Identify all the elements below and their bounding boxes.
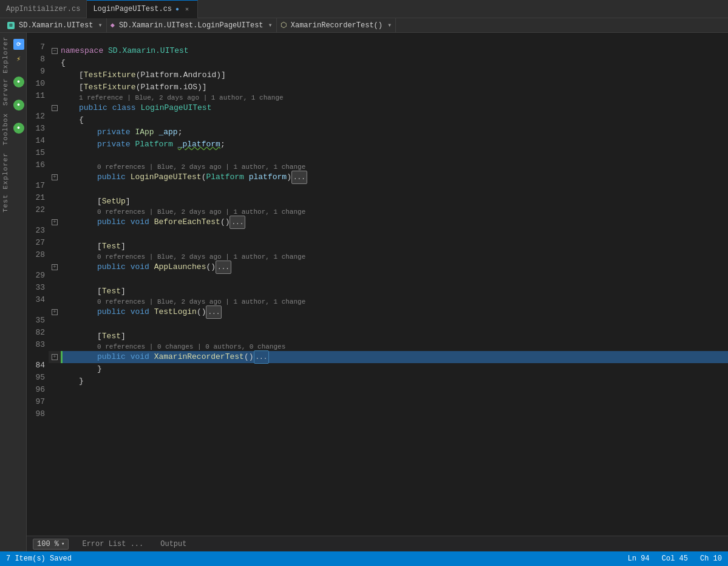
tab-bar: AppInitializer.cs LoginPageUITest.cs ● ✕ bbox=[0, 0, 728, 18]
breadcrumb-method[interactable]: ⬡ XamarinRecorderTest() ▾ bbox=[277, 18, 396, 32]
code-line-8: namespace SD.Xamarin.UITest bbox=[61, 45, 728, 57]
tab-modified-icon: ● bbox=[175, 6, 179, 13]
code-line-17: public LoginPageUITest(Platform platform… bbox=[61, 171, 728, 183]
code-line-83: [Test] bbox=[61, 330, 728, 343]
fold-btn-84[interactable]: + bbox=[52, 354, 58, 360]
fold-btn-29[interactable]: + bbox=[52, 264, 58, 270]
code-line-7 bbox=[61, 33, 728, 45]
code-line-97 bbox=[61, 387, 728, 400]
sidebar-test-explorer[interactable]: Test Explorer bbox=[2, 149, 9, 216]
code-line-34: [Test] bbox=[61, 285, 728, 298]
vertical-sidebar: Server Explorer Toolbox Test Explorer bbox=[0, 33, 11, 551]
fold-btn-12[interactable]: − bbox=[52, 105, 58, 111]
breadcrumb-class-label: SD.Xamarin.UITest.LoginPageUITest bbox=[119, 21, 264, 30]
fold-btn-35[interactable]: + bbox=[52, 309, 58, 315]
code-line-23: public void BeforeEachTest()... bbox=[61, 216, 728, 228]
code-line-27 bbox=[61, 228, 728, 240]
zoom-dropdown-icon: ▾ bbox=[61, 540, 64, 547]
sidebar-server-explorer[interactable]: Server Explorer bbox=[2, 33, 9, 109]
fold-btn-23[interactable]: + bbox=[52, 219, 58, 225]
code-line-96: } bbox=[61, 375, 728, 387]
fold-btn-8[interactable]: − bbox=[52, 48, 58, 54]
code-line-11: [TestFixture(Platform.iOS)] bbox=[61, 81, 728, 94]
bc-method-dropdown-icon: ▾ bbox=[387, 21, 392, 30]
status-bar: 7 Item(s) Saved Ln 94 Col 45 Ch 10 bbox=[0, 551, 728, 566]
code-line-33 bbox=[61, 273, 728, 285]
code-line-95: } bbox=[61, 363, 728, 375]
fold-btn-17[interactable]: + bbox=[52, 174, 58, 180]
tab-label: LoginPageUITest.cs bbox=[93, 5, 172, 13]
side-icon-3[interactable]: ● bbox=[13, 77, 24, 87]
code-line-16 bbox=[61, 151, 728, 163]
code-line-84: public void XamarinRecorderTest()... bbox=[61, 351, 728, 363]
ref-line-2: 0 references | Blue, 2 days ago | 1 auth… bbox=[61, 163, 728, 171]
code-line-22: [SetUp] bbox=[61, 196, 728, 208]
breadcrumb-project-label: SD.Xamarin.UITest bbox=[19, 21, 93, 30]
project-icon: ⊞ bbox=[7, 22, 15, 29]
output-tab[interactable]: Output bbox=[157, 539, 190, 550]
saved-items-status: 7 Item(s) Saved bbox=[6, 554, 72, 563]
line-status: Ln 94 bbox=[628, 554, 650, 563]
ref-line-3: 0 references | Blue, 2 days ago | 1 auth… bbox=[61, 208, 728, 216]
breadcrumb-method-label: XamarinRecorderTest() bbox=[291, 21, 383, 30]
breadcrumb-bar: ⊞ SD.Xamarin.UITest ▾ ◆ SD.Xamarin.UITes… bbox=[0, 18, 728, 33]
code-line-82 bbox=[61, 318, 728, 330]
code-line-13: { bbox=[61, 114, 728, 126]
code-line-29: public void AppLaunches()... bbox=[61, 261, 728, 273]
code-editor[interactable]: 7 8 9 10 11 12 13 14 15 16 17 21 22 2 bbox=[27, 33, 728, 536]
method-icon: ⬡ bbox=[281, 21, 287, 30]
side-icon-2[interactable]: ⚡ bbox=[13, 53, 24, 64]
code-line-9: { bbox=[61, 57, 728, 69]
ref-line-5: 0 references | Blue, 2 days ago | 1 auth… bbox=[61, 298, 728, 306]
code-line-35: public void TestLogin()... bbox=[61, 306, 728, 318]
ref-line-1: 1 reference | Blue, 2 days ago | 1 autho… bbox=[61, 94, 728, 102]
col-status: Col 45 bbox=[662, 554, 688, 563]
zoom-label: 100 % bbox=[37, 540, 59, 548]
code-line-28: [Test] bbox=[61, 240, 728, 253]
change-indicator bbox=[61, 351, 63, 363]
sidebar-toolbox[interactable]: Toolbox bbox=[2, 109, 9, 149]
error-list-tab[interactable]: Error List ... bbox=[78, 539, 147, 550]
line-numbers: 7 8 9 10 11 12 13 14 15 16 17 21 22 2 bbox=[27, 33, 49, 536]
ref-line-6: 0 references | 0 changes | 0 authors, 0 … bbox=[61, 343, 728, 351]
side-icon-4[interactable]: ● bbox=[13, 100, 24, 111]
side-icon-1[interactable]: ⟳ bbox=[13, 39, 24, 50]
tab-close-button[interactable]: ✕ bbox=[183, 5, 191, 13]
breadcrumb-class[interactable]: ◆ SD.Xamarin.UITest.LoginPageUITest ▾ bbox=[107, 18, 277, 32]
bc-class-dropdown-icon: ▾ bbox=[268, 21, 273, 30]
code-line-98 bbox=[61, 400, 728, 412]
bc-dropdown-icon: ▾ bbox=[98, 21, 102, 30]
zoom-control[interactable]: 100 % ▾ bbox=[33, 539, 69, 550]
tab-loginpage[interactable]: LoginPageUITest.cs ● ✕ bbox=[87, 0, 198, 18]
side-icon-5[interactable]: ● bbox=[13, 123, 24, 134]
code-line-12: public class LoginPageUITest bbox=[61, 102, 728, 114]
code-line-10: [TestFixture(Platform.Android)] bbox=[61, 69, 728, 81]
ch-status: Ch 10 bbox=[700, 554, 722, 563]
breadcrumb-project[interactable]: ⊞ SD.Xamarin.UITest ▾ bbox=[4, 18, 107, 32]
code-line-14: private IApp _app; bbox=[61, 126, 728, 138]
code-line-21 bbox=[61, 183, 728, 196]
tab-appinit[interactable]: AppInitializer.cs bbox=[0, 0, 87, 18]
code-line-15: private Platform _platform; bbox=[61, 138, 728, 151]
ref-line-4: 0 references | Blue, 2 days ago | 1 auth… bbox=[61, 253, 728, 261]
bottom-panel: 100 % ▾ Error List ... Output bbox=[27, 536, 728, 551]
class-icon: ◆ bbox=[111, 21, 115, 30]
